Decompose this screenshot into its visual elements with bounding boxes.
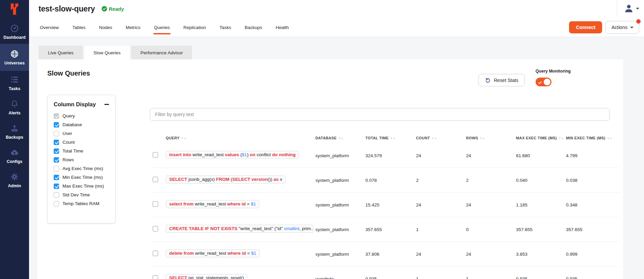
checkbox[interactable]	[54, 157, 59, 163]
column-header-label: DATABASE	[315, 136, 337, 140]
sort-arrows-icon: ▼▲	[181, 137, 187, 139]
query-filter-input[interactable]	[150, 108, 610, 121]
reset-icon	[485, 77, 491, 83]
row-checkbox[interactable]	[153, 152, 158, 158]
tab-metrics[interactable]: Metrics	[119, 18, 147, 37]
checkbox	[54, 113, 59, 119]
toggle-knob	[544, 79, 550, 85]
table-row[interactable]: select from write_read_test where id = $…	[150, 193, 619, 217]
dashboard-icon	[10, 24, 19, 33]
column-header-max-exec-time-ms[interactable]: MAX EXEC TIME (MS)▼▲	[516, 136, 566, 140]
column-header-label: COUNT	[416, 136, 430, 140]
column-header-total-time[interactable]: TOTAL TIME▼▲	[365, 136, 416, 140]
table-row[interactable]: delete from write_read_test where id = $…	[150, 242, 619, 267]
table-body: insert into write_read_test values ($1) …	[150, 143, 619, 279]
checkbox[interactable]	[54, 166, 59, 171]
sidebar-item-tasks[interactable]: Tasks	[0, 71, 29, 95]
tab-nodes[interactable]: Nodes	[92, 18, 119, 37]
table-row[interactable]: insert into write_read_test values ($1) …	[150, 143, 619, 168]
actions-button[interactable]: Actions	[606, 21, 639, 34]
sidebar-item-admin[interactable]: Admin	[0, 168, 29, 192]
sql-kw-segment: where id	[228, 251, 248, 256]
subtab-slow-queries[interactable]: Slow Queries	[84, 46, 130, 59]
tab-tasks[interactable]: Tasks	[213, 18, 238, 37]
row-checkbox[interactable]	[153, 251, 158, 256]
row-checkbox[interactable]	[153, 201, 158, 207]
subtab-performance-advisor[interactable]: Performance Advisor	[131, 46, 192, 59]
sql-kw-segment: SELECT version	[232, 177, 268, 182]
row-checkbox-cell	[150, 201, 166, 208]
sql-id-segment: write_read_test	[195, 251, 228, 256]
sidebar-item-alerts[interactable]: Alerts	[0, 95, 29, 119]
column-header-count[interactable]: COUNT▼▲	[416, 136, 466, 140]
panel-body: Column Display QueryDatabaseUserCountTot…	[37, 95, 623, 279]
row-checkbox[interactable]	[153, 226, 158, 231]
table-row[interactable]: CREATE TABLE IF NOT EXISTS "write_read_t…	[150, 217, 619, 242]
checkbox[interactable]	[54, 175, 59, 180]
tab-replication[interactable]: Replication	[177, 18, 213, 37]
query-subtabs: Live QueriesSlow QueriesPerformance Advi…	[29, 37, 644, 59]
sidebar-item-backups[interactable]: Backups	[0, 119, 29, 144]
checkbox[interactable]	[54, 192, 59, 198]
tab-backups[interactable]: Backups	[238, 18, 269, 37]
database-cell: system_platform	[315, 178, 365, 183]
query-text-box[interactable]: SELECT jsonb_agg(x) FROM (SELECT version…	[166, 175, 286, 184]
collapse-minus-icon[interactable]	[104, 104, 109, 105]
query-text-box[interactable]: insert into write_read_test values ($1) …	[166, 151, 299, 159]
table-row[interactable]: SELECT jsonb_agg(x) FROM (SELECT version…	[150, 168, 619, 193]
checkbox-label: Query	[62, 113, 75, 118]
row-checkbox-cell	[150, 251, 166, 257]
checkbox[interactable]	[54, 122, 59, 128]
column-header-min-exec-time-ms[interactable]: MIN EXEC TIME (MS)▼▲	[566, 136, 619, 140]
rows-cell: 2	[466, 178, 516, 183]
column-display-options: QueryDatabaseUserCountTotal TimeRowsAvg …	[54, 113, 109, 206]
checkbox[interactable]	[54, 140, 59, 145]
tasks-icon	[10, 75, 19, 84]
checkbox[interactable]	[54, 148, 59, 154]
app-root: DashboardUniversesTasksAlertsBackupsConf…	[0, 0, 644, 279]
checkbox[interactable]	[54, 184, 59, 189]
status-badge: Ready	[102, 6, 124, 12]
column-header-query[interactable]: QUERY▼▲	[166, 136, 315, 140]
max-exec-time-cell: 3.853	[516, 252, 566, 257]
user-menu[interactable]	[617, 0, 644, 17]
sidebar-nav: DashboardUniversesTasksAlertsBackupsConf…	[0, 20, 29, 192]
min-exec-time-cell: 357.655	[566, 227, 619, 232]
column-display-header: Column Display	[54, 101, 109, 108]
sidebar-item-universes[interactable]: Universes	[0, 44, 29, 71]
tab-tables[interactable]: Tables	[66, 18, 92, 37]
row-checkbox[interactable]	[153, 177, 158, 182]
query-monitoring-toggle[interactable]	[536, 78, 551, 86]
sql-kw-segment: FROM	[216, 177, 231, 182]
checkbox[interactable]	[54, 131, 59, 136]
sql-kw-segment: where id	[227, 201, 247, 206]
column-header-label: MIN EXEC TIME (MS)	[566, 136, 606, 140]
query-text-box[interactable]: delete from write_read_test where id = $…	[166, 249, 260, 257]
tab-overview[interactable]: Overview	[33, 18, 66, 37]
query-cell: delete from write_read_test where id = $…	[166, 249, 315, 259]
connect-button[interactable]: Connect	[569, 21, 602, 33]
row-checkbox-cell	[150, 226, 166, 233]
checkbox[interactable]	[54, 201, 59, 206]
column-header-database[interactable]: DATABASE▼▲	[315, 136, 365, 140]
query-text-box[interactable]: CREATE TABLE IF NOT EXISTS "write_read_t…	[166, 225, 313, 233]
sort-arrows-icon: ▼▲	[559, 137, 564, 139]
column-header-rows[interactable]: ROWS▼▲	[466, 136, 516, 140]
query-text-box[interactable]: SELECT pg_stat_statements_reset()	[166, 274, 247, 279]
alerts-bell-icon	[10, 99, 19, 109]
row-checkbox-cell	[150, 177, 166, 184]
query-text-box[interactable]: select from write_read_test where id = $…	[166, 200, 259, 208]
column-option-temp-tables-ram: Temp Tables RAM	[54, 201, 109, 206]
row-checkbox[interactable]	[153, 275, 158, 279]
sidebar-item-dashboard[interactable]: Dashboard	[0, 20, 29, 44]
chevron-down-icon	[630, 27, 634, 28]
sidebar-item-configs[interactable]: Configs	[0, 144, 29, 168]
reset-stats-button[interactable]: Reset Stats	[479, 74, 524, 86]
yugabyte-logo[interactable]	[0, 0, 29, 20]
checkbox-label: Temp Tables RAM	[62, 201, 99, 206]
checkbox-label: Count	[62, 140, 75, 145]
tab-health[interactable]: Health	[269, 18, 295, 37]
tab-queries[interactable]: Queries	[147, 18, 177, 37]
table-row[interactable]: SELECT pg_stat_statements_reset()yugabyt…	[150, 267, 619, 279]
subtab-live-queries[interactable]: Live Queries	[39, 46, 83, 59]
